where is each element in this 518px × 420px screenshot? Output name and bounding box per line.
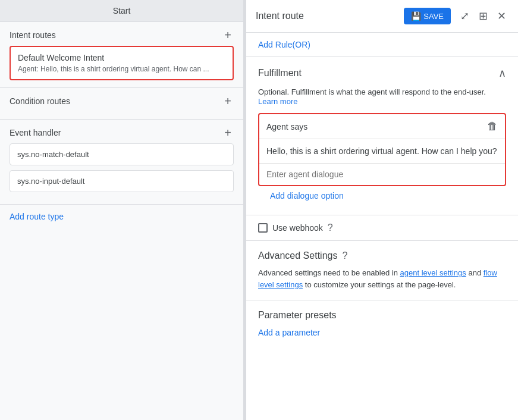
close-icon[interactable]: ✕ [495,7,508,25]
fulfillment-header: Fulfillment ∧ [258,67,506,80]
parameter-presets-section: Parameter presets Add a parameter [246,300,518,347]
intent-route-title: Intent route [256,11,404,21]
start-header: Start [0,0,243,22]
intent-routes-section: Intent routes + Default Welcome Intent A… [0,22,243,88]
advanced-settings-header: Advanced Settings ? [258,250,506,261]
add-parameter-button[interactable]: Add a parameter [258,328,320,337]
advanced-desc-end: to customize your settings at the page-l… [305,280,456,289]
start-label: Start [113,6,131,15]
intent-card-title: Default Welcome Intent [18,53,225,62]
webhook-label: Use webhook [272,223,323,233]
add-event-handler-button[interactable]: + [222,127,234,139]
event-handler-section: Event handler + sys.no-match-default sys… [0,120,243,205]
add-rule-or-button[interactable]: Add Rule(OR) [258,40,310,49]
intent-card-subtitle: Agent: Hello, this is a shirt ordering v… [18,65,225,73]
save-button[interactable]: 💾 SAVE [404,8,451,24]
event-item-no-input[interactable]: sys.no-input-default [10,170,234,192]
event-handler-title: Event handler [10,128,61,137]
grid-icon[interactable]: ⊞ [476,7,490,25]
add-intent-route-button[interactable]: + [222,29,234,41]
advanced-settings-desc: Advanced settings need to be enabled in … [258,267,506,290]
event-handler-header: Event handler + [10,127,234,139]
advanced-desc-part1: Advanced settings need to be enabled in [258,268,400,277]
header-icons: ⤢ ⊞ ✕ [458,7,508,25]
event-item-no-input-label: sys.no-input-default [17,177,84,186]
event-item-no-match-label: sys.no-match-default [17,150,89,159]
add-rule-section: Add Rule(OR) [246,33,518,57]
add-route-type-button[interactable]: Add route type [0,205,243,228]
intent-routes-header: Intent routes + [10,29,234,41]
webhook-section: Use webhook ? [246,215,518,241]
parameter-presets-title: Parameter presets [258,310,506,321]
save-label: SAVE [423,12,444,21]
webhook-checkbox[interactable] [258,223,268,233]
advanced-settings-help-icon[interactable]: ? [342,250,347,261]
agent-level-settings-link[interactable]: agent level settings [400,268,466,277]
intent-routes-title: Intent routes [10,30,56,40]
agent-message: Hello, this is a shirt ordering virtual … [259,139,505,164]
agent-dialogue-input[interactable] [259,164,505,185]
condition-routes-title: Condition routes [10,96,70,106]
default-welcome-intent-card[interactable]: Default Welcome Intent Agent: Hello, thi… [10,46,234,80]
advanced-settings-title: Advanced Settings [258,250,337,261]
advanced-settings-section: Advanced Settings ? Advanced settings ne… [246,241,518,300]
fulfillment-collapse-button[interactable]: ∧ [498,67,506,80]
fulfillment-description: Optional. Fulfillment is what the agent … [258,87,506,106]
agent-says-box: Agent says 🗑 Hello, this is a shirt orde… [258,113,506,186]
fulfillment-title: Fulfillment [258,68,302,79]
save-icon: 💾 [411,11,421,21]
fulfillment-desc-text: Optional. Fulfillment is what the agent … [258,87,486,96]
fulfillment-section: Fulfillment ∧ Optional. Fulfillment is w… [246,57,518,215]
condition-routes-header: Condition routes + [10,95,234,107]
agent-says-delete-button[interactable]: 🗑 [487,120,498,133]
advanced-desc-mid: and [468,268,483,277]
right-panel: Intent route 💾 SAVE ⤢ ⊞ ✕ Add Rule(OR) F… [246,0,518,420]
agent-says-header: Agent says 🗑 [259,114,505,139]
right-panel-header: Intent route 💾 SAVE ⤢ ⊞ ✕ [246,0,518,33]
add-condition-route-button[interactable]: + [222,95,234,107]
webhook-help-icon[interactable]: ? [328,222,333,233]
add-dialogue-option-button[interactable]: Add dialogue option [258,186,356,205]
event-item-no-match[interactable]: sys.no-match-default [10,143,234,165]
left-panel: Start Intent routes + Default Welcome In… [0,0,244,420]
learn-more-link[interactable]: Learn more [258,97,297,106]
agent-says-title: Agent says [266,122,307,131]
condition-routes-section: Condition routes + [0,88,243,120]
expand-icon[interactable]: ⤢ [458,7,472,25]
